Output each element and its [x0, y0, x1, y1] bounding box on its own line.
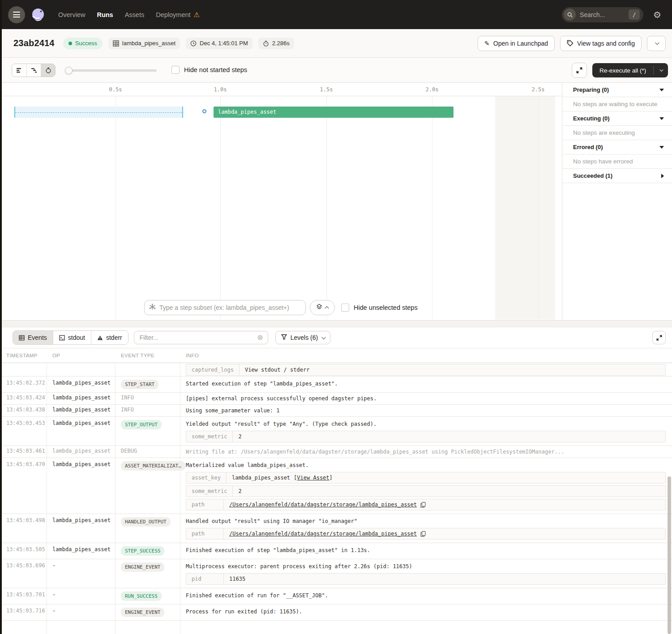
metadata-entry: captured_logsView stdout / stderr [186, 364, 666, 376]
pencil-icon: ✎ [484, 40, 490, 47]
metadata-value: View stdout / stderr [240, 367, 315, 373]
nav-item-runs[interactable]: Runs [97, 11, 113, 18]
events-scrollbar-thumb[interactable] [668, 476, 671, 634]
job-tag[interactable]: lambda_pipes_asset [108, 38, 180, 49]
reexecute-all-button[interactable]: Re-execute all (*) [592, 63, 668, 77]
event-op: lambda_pipes_asset [47, 405, 116, 416]
sidebar-section-executing[interactable]: Executing (0) [562, 111, 672, 126]
step-layers-button[interactable] [310, 300, 335, 315]
column-header-op: OP [47, 348, 116, 363]
gantt-toolbar: Hide not started steps Re-execute all (*… [0, 58, 672, 83]
event-info-text: Finished execution of step "lambda_pipes… [186, 546, 666, 554]
gantt-canvas[interactable]: Hide unselected steps lambda_pipes_asset [0, 96, 562, 320]
zoom-slider-track[interactable] [68, 69, 157, 72]
gantt-step-marker-icon[interactable] [202, 109, 206, 113]
caret-down-icon [659, 146, 664, 149]
tab-stdout[interactable]: stdout [53, 331, 91, 344]
sidebar-section-succeeded[interactable]: Succeeded (1) [562, 169, 672, 183]
event-row[interactable]: 13:45:03.438lambda_pipes_assetINFOUsing … [0, 405, 672, 417]
panel-splitter[interactable] [0, 320, 672, 327]
event-type: HANDLED_OUTPUT [116, 514, 180, 543]
event-row[interactable]: 13:45:03.696-ENGINE_EVENTMultiprocess ex… [0, 559, 672, 588]
timeline-gridline [116, 96, 116, 320]
run-id: 23ab2414 [13, 38, 55, 48]
events-fullscreen-button[interactable] [652, 331, 666, 344]
filter-clear-icon[interactable]: ⊗ [257, 334, 263, 341]
view-timed-button[interactable] [41, 64, 55, 77]
top-navbar: OverviewRunsAssetsDeployment⚠ Search... … [0, 0, 672, 29]
timeline-tick: 1.0s [214, 86, 227, 93]
view-asset-link[interactable]: View Asset [297, 475, 329, 481]
metadata-key: pid [186, 574, 224, 584]
hide-unselected-checkbox[interactable] [341, 304, 349, 312]
event-op: - [47, 588, 116, 604]
event-op: lambda_pipes_asset [47, 543, 116, 559]
metadata-entry: path/Users/alangenfeld/data/dagster/stor… [186, 528, 666, 540]
gantt-fullscreen-button[interactable] [572, 63, 587, 78]
event-metadata-table: asset_keylambda_pipes_asset[View Asset]s… [186, 472, 666, 510]
event-timestamp [0, 363, 47, 376]
event-row[interactable]: 13:45:03.424lambda_pipes_assetINFO[pipes… [0, 393, 672, 405]
sidebar-section-title: Succeeded (1) [573, 172, 661, 179]
view-waterfall-button[interactable] [26, 64, 41, 77]
event-row[interactable]: 13:45:02.372lambda_pipes_assetSTEP_START… [0, 377, 672, 393]
gantt-step-bar[interactable]: lambda_pipes_asset [214, 107, 454, 118]
zoom-slider[interactable] [65, 67, 157, 74]
event-info-text: Multiprocess executor: parent process ex… [186, 562, 666, 570]
gantt-waiting-range [14, 107, 183, 118]
view-flat-button[interactable] [12, 64, 26, 77]
event-row[interactable]: 13:45:03.505lambda_pipes_assetSTEP_SUCCE… [0, 543, 672, 559]
tab-stderr[interactable]: stderr [91, 331, 128, 344]
event-row[interactable]: 13:45:03.470lambda_pipes_assetASSET_MATE… [0, 458, 672, 514]
metadata-path-link[interactable]: /Users/alangenfeld/data/dagster/storage/… [229, 531, 417, 537]
event-row[interactable]: captured_logsView stdout / stderr [0, 363, 672, 377]
nav-item-deployment[interactable]: Deployment⚠ [156, 11, 200, 18]
event-info: Using some_parameter value: 1 [180, 405, 672, 416]
sidebar-section-errored[interactable]: Errored (0) [562, 140, 672, 154]
step-subset-input[interactable] [159, 304, 301, 311]
event-row[interactable]: 13:45:03.716-ENGINE_EVENTProcess for run… [0, 604, 672, 621]
job-grid-icon [113, 40, 119, 47]
open-in-launchpad-button[interactable]: ✎ Open in Launchpad [478, 36, 555, 51]
sidebar-section-preparing[interactable]: Preparing (0) [562, 83, 672, 97]
event-type-badge: STEP_OUTPUT [121, 420, 162, 429]
copy-icon[interactable] [420, 531, 426, 537]
event-row[interactable]: 13:45:03.453lambda_pipes_assetSTEP_OUTPU… [0, 417, 672, 446]
nav-item-assets[interactable]: Assets [125, 11, 145, 18]
dagster-logo[interactable] [29, 5, 47, 24]
stopwatch-icon [263, 40, 269, 47]
event-type-badge: ENGINE_EVENT [121, 608, 164, 617]
zoom-slider-knob[interactable] [65, 67, 73, 74]
event-row[interactable]: 13:45:03.701-RUN_SUCCESSFinished executi… [0, 588, 672, 604]
copy-icon[interactable] [420, 502, 426, 508]
event-info: captured_logsView stdout / stderr [180, 363, 672, 376]
event-info-text: [pipes] external process successfully op… [186, 394, 666, 403]
run-more-actions-button[interactable] [647, 36, 666, 51]
event-info-text: Yielded output "result" of type "Any". (… [186, 420, 666, 428]
gear-icon[interactable]: ⚙ [653, 10, 661, 19]
event-row[interactable]: 13:45:03.498lambda_pipes_assetHANDLED_OU… [0, 514, 672, 543]
event-type-label: INFO [121, 394, 134, 401]
hide-not-started-checkbox[interactable] [171, 66, 180, 74]
tab-label: Events [28, 334, 47, 341]
search-placeholder: Search... [580, 11, 629, 18]
reexecute-options-button[interactable] [654, 63, 668, 77]
event-info: Handled output "result" using IO manager… [180, 514, 672, 543]
menu-button[interactable] [8, 6, 25, 23]
metadata-path-link[interactable]: /Users/alangenfeld/data/dagster/storage/… [229, 501, 417, 508]
tab-events[interactable]: Events [13, 331, 53, 344]
view-tags-config-button[interactable]: View tags and config [560, 36, 642, 51]
search-input[interactable]: Search... / [562, 7, 643, 22]
event-row[interactable]: 13:45:03.461lambda_pipes_assetDEBUGWriti… [0, 446, 672, 458]
event-info: Finished execution of run for "__ASSET_J… [180, 588, 672, 604]
log-filter-input[interactable] [140, 334, 257, 341]
nav-item-overview[interactable]: Overview [58, 11, 85, 18]
event-op: lambda_pipes_asset [47, 417, 116, 446]
sidebar-empty-message: No steps are executing [562, 126, 672, 140]
events-table-filler [0, 621, 672, 634]
levels-dropdown-button[interactable]: Levels (6) [275, 331, 330, 344]
status-badge: Success [63, 38, 103, 49]
log-view-tabs: Eventsstdoutstderr [13, 330, 128, 345]
column-header-event-type: EVENT TYPE [116, 348, 180, 363]
caret-down-icon [659, 117, 664, 120]
